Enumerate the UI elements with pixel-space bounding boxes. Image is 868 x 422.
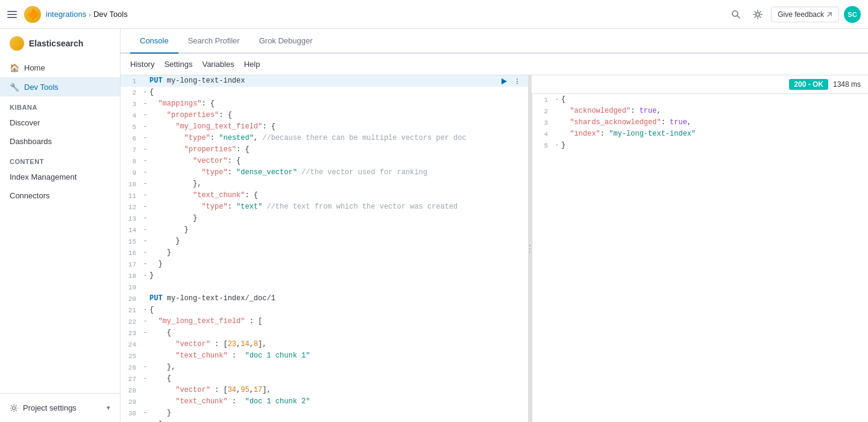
svg-line-1 xyxy=(737,16,740,18)
more-options-button[interactable] xyxy=(511,76,523,87)
sidebar-footer: Project settings ▾ xyxy=(0,393,120,422)
sidebar: Elasticsearch 🏠 Home 🔧 Dev Tools Kibana … xyxy=(0,29,121,422)
breadcrumb: integrations › Dev Tools xyxy=(46,10,128,19)
sidebar-logo-icon xyxy=(10,36,24,51)
editor-line-7: 7- "properties": { xyxy=(121,144,528,156)
editor-line-8: 8- "vector": { xyxy=(121,156,528,167)
sub-toolbar-history[interactable]: History xyxy=(130,57,154,71)
sidebar-item-home-label: Home xyxy=(24,63,45,72)
sub-toolbar-variables[interactable]: Variables xyxy=(202,57,234,71)
editor-line-5: 5- "my_long_text_field": { xyxy=(121,121,528,133)
svg-point-3 xyxy=(13,406,16,409)
settings-icon xyxy=(10,404,18,412)
app-logo: 🔶 xyxy=(24,6,41,23)
home-icon: 🏠 xyxy=(10,63,19,72)
response-time: 1348 ms xyxy=(833,80,861,89)
editor-line-20: 20PUT my-long-text-index/_doc/1 xyxy=(121,293,528,304)
output-pane: 1-{ 2 "acknowledged": true, 3 "shards_ac… xyxy=(532,94,868,422)
sidebar-item-connectors[interactable]: Connectors xyxy=(0,186,120,205)
editor-line-28: 28 "vector" : [34,95,17], xyxy=(121,385,528,396)
sidebar-logo-text: Elasticsearch xyxy=(29,39,83,48)
sub-toolbar: History Settings Variables Help xyxy=(121,54,868,75)
sidebar-item-dev-tools[interactable]: 🔧 Dev Tools xyxy=(0,77,120,96)
editor-line-10: 10- }, xyxy=(121,178,528,190)
sidebar-item-index-management-label: Index Management xyxy=(10,172,77,181)
sidebar-item-index-management[interactable]: Index Management xyxy=(0,168,120,186)
chevron-down-icon: ▾ xyxy=(107,404,110,412)
editor-line-15: 15- } xyxy=(121,236,528,247)
user-settings-button[interactable] xyxy=(749,6,766,23)
run-button[interactable] xyxy=(498,76,510,87)
main-content: Console Search Profiler Grok Debugger Hi… xyxy=(121,29,868,422)
editor-line-14: 14- } xyxy=(121,224,528,236)
editor-line-31: 31- ] xyxy=(121,419,528,422)
give-feedback-label: Give feedback xyxy=(778,10,824,19)
editor-line-30: 30- } xyxy=(121,408,528,419)
sidebar-item-discover[interactable]: Discover xyxy=(0,113,120,132)
output-line-4: 4 "index": "my-long-text-index" xyxy=(532,128,868,140)
editor-line-1: 1 PUT my-long-text-index xyxy=(121,75,528,87)
svg-point-7 xyxy=(517,83,518,84)
tab-search-profiler[interactable]: Search Profiler xyxy=(178,29,250,54)
editor-line-13: 13- } xyxy=(121,213,528,224)
editor-line-6: 6- "type": "nested", //because there can… xyxy=(121,133,528,144)
hamburger-menu[interactable] xyxy=(7,8,19,20)
sidebar-item-connectors-label: Connectors xyxy=(10,191,49,200)
output-pane-wrapper: 200 - OK 1348 ms 1-{ 2 "acknowledged": t… xyxy=(532,75,868,422)
output-line-5: 5-} xyxy=(532,140,868,151)
editor-line-24: 24 "vector" : [23,14,8], xyxy=(121,339,528,350)
dev-tools-icon: 🔧 xyxy=(10,82,19,92)
editor-line-11: 11- "text_chunk": { xyxy=(121,190,528,201)
status-bar: 200 - OK 1348 ms xyxy=(532,75,868,94)
project-settings-label: Project settings xyxy=(23,403,77,412)
sidebar-item-dev-tools-label: Dev Tools xyxy=(24,83,58,92)
top-nav: 🔶 integrations › Dev Tools Give feedback… xyxy=(0,0,868,29)
editor-line-29: 29 "text_chunk" : "doc 1 chunk 2" xyxy=(121,396,528,408)
breadcrumb-integrations[interactable]: integrations xyxy=(46,10,86,19)
breadcrumb-current: Dev Tools xyxy=(93,10,128,19)
svg-point-2 xyxy=(756,13,760,16)
sub-toolbar-settings[interactable]: Settings xyxy=(164,57,192,71)
breadcrumb-separator: › xyxy=(89,11,91,18)
sidebar-logo-area: Elasticsearch xyxy=(0,29,120,58)
editor-line-27: 27- { xyxy=(121,373,528,385)
editor-line-9: 9- "type": "dense_vector" //the vector u… xyxy=(121,167,528,178)
sidebar-kibana-section: Kibana xyxy=(0,96,120,113)
editor-line-26: 26- }, xyxy=(121,362,528,373)
project-settings-item[interactable]: Project settings ▾ xyxy=(0,398,120,417)
editor-pane-wrapper: 1 PUT my-long-text-index xyxy=(121,75,528,422)
editor-line-2: 2-{ xyxy=(121,87,528,98)
output-line-3: 3 "shards_acknowledged": true, xyxy=(532,117,868,128)
sub-toolbar-help[interactable]: Help xyxy=(244,57,260,71)
user-avatar[interactable]: SC xyxy=(844,6,861,23)
sidebar-item-dashboards[interactable]: Dashboards xyxy=(0,132,120,151)
editor-line-25: 25 "text_chunk" : "doc 1 chunk 1" xyxy=(121,350,528,362)
tab-console[interactable]: Console xyxy=(130,29,178,54)
output-line-2: 2 "acknowledged": true, xyxy=(532,106,868,117)
svg-marker-4 xyxy=(502,78,507,84)
editor-line-18: 18-} xyxy=(121,270,528,282)
editor-pane[interactable]: 1 PUT my-long-text-index xyxy=(121,75,528,422)
sidebar-item-dashboards-label: Dashboards xyxy=(10,137,52,146)
search-button[interactable] xyxy=(728,6,744,23)
editor-line-16: 16- } xyxy=(121,247,528,259)
tabs-bar: Console Search Profiler Grok Debugger xyxy=(121,29,868,54)
sidebar-item-home[interactable]: 🏠 Home xyxy=(0,58,120,77)
console-area: 1 PUT my-long-text-index xyxy=(121,75,868,422)
editor-line-19: 19 xyxy=(121,282,528,293)
editor-line-3: 3- "mappings": { xyxy=(121,98,528,110)
sidebar-item-discover-label: Discover xyxy=(10,118,40,127)
tab-grok-debugger[interactable]: Grok Debugger xyxy=(250,29,322,54)
editor-line-21: 21-{ xyxy=(121,304,528,316)
output-line-1: 1-{ xyxy=(532,94,868,106)
editor-line-12: 12- "type": "text" //the text from which… xyxy=(121,201,528,213)
editor-line-22: 22- "my_long_text_field" : [ xyxy=(121,316,528,327)
editor-line-17: 17- } xyxy=(121,259,528,270)
editor-line-4: 4- "properties": { xyxy=(121,110,528,121)
status-badge: 200 - OK xyxy=(789,79,828,90)
svg-point-5 xyxy=(517,79,518,80)
editor-line-23: 23- { xyxy=(121,327,528,339)
give-feedback-button[interactable]: Give feedback xyxy=(771,7,839,22)
svg-point-6 xyxy=(517,81,518,82)
sidebar-content-section: Content xyxy=(0,151,120,168)
